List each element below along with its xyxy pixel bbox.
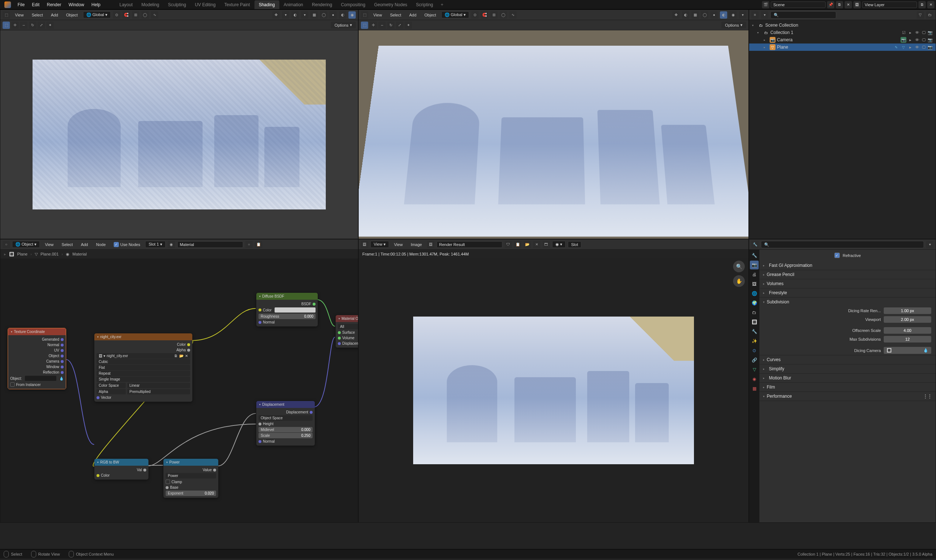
workspace-tab-compositing[interactable]: Compositing bbox=[336, 0, 369, 9]
rendered-shading-icon[interactable]: ◉ bbox=[348, 11, 356, 18]
panel-curves[interactable]: ▸Curves bbox=[759, 355, 936, 364]
node-diffuse-bsdf[interactable]: ▾Diffuse BSDF BSDF Color Roughness0.000 … bbox=[256, 293, 318, 326]
proportional-icon[interactable]: ◯ bbox=[142, 11, 149, 18]
transform-orientation[interactable]: 🌐 Global ▾ bbox=[441, 11, 469, 18]
node-material-output[interactable]: ▾Material Output All Surface Volume Disp… bbox=[336, 315, 358, 348]
tab-physics[interactable]: ⊙ bbox=[750, 346, 759, 355]
editor-type-icon[interactable]: 🔧 bbox=[751, 241, 759, 248]
image-canvas[interactable]: 🔍 ✋ bbox=[359, 258, 748, 522]
material-name-input[interactable] bbox=[177, 241, 243, 248]
workspace-tab-layout[interactable]: Layout bbox=[115, 0, 137, 9]
workspace-tab-shading[interactable]: Shading bbox=[254, 0, 279, 9]
rotate-tool-icon[interactable]: ↻ bbox=[29, 22, 36, 29]
viewport-canvas-right[interactable] bbox=[359, 30, 748, 239]
editor-type-icon[interactable]: 🖼 bbox=[361, 241, 368, 248]
material-slot[interactable]: Slot 1 ▾ bbox=[145, 241, 165, 248]
snap-type-icon[interactable]: ⊞ bbox=[132, 11, 139, 18]
overlay-icon[interactable]: ◐ bbox=[682, 11, 689, 18]
tab-material[interactable]: ◉ bbox=[750, 375, 759, 383]
ne-view[interactable]: View bbox=[42, 241, 57, 248]
panel-freestyle[interactable]: ▸Freestyle bbox=[759, 288, 936, 297]
options-icon[interactable]: ▾ bbox=[926, 241, 933, 248]
solid-shading-icon[interactable]: ● bbox=[710, 11, 718, 18]
select-tool-icon[interactable]: ⬚ bbox=[3, 22, 10, 29]
node-image-texture[interactable]: ▾night_city.exr Color Alpha 🖼 ▾night_cit… bbox=[94, 333, 192, 402]
editor-type-icon[interactable]: ⬚ bbox=[361, 11, 368, 18]
open-icon[interactable]: 📂 bbox=[179, 354, 183, 358]
vp-view[interactable]: View bbox=[12, 12, 27, 18]
panel-subdivision[interactable]: ▾Subdivision bbox=[759, 297, 936, 306]
bc-material[interactable]: Material bbox=[72, 252, 87, 256]
tab-render[interactable]: 📷 bbox=[750, 261, 759, 269]
dicing-render-field[interactable]: 1.00 px bbox=[884, 308, 931, 314]
editor-type-icon[interactable]: ⬚ bbox=[3, 11, 10, 18]
overlay-icon[interactable]: ◐ bbox=[291, 11, 299, 18]
bc-object[interactable]: Plane bbox=[17, 252, 28, 256]
shader-type[interactable]: 🌐 Object ▾ bbox=[12, 241, 40, 248]
panel-volumes[interactable]: ▸Volumes bbox=[759, 279, 936, 288]
panel-motion-blur[interactable]: ▸Motion Blur bbox=[759, 374, 936, 382]
use-nodes-toggle[interactable]: ✓ Use Nodes bbox=[111, 242, 143, 247]
node-math-power[interactable]: ▾Power Value Power Clamp Base Exponent0.… bbox=[163, 459, 218, 498]
snap-type-icon[interactable]: ⊞ bbox=[490, 11, 497, 18]
filter-icon[interactable]: ▽ bbox=[917, 11, 924, 18]
scene-name-input[interactable] bbox=[771, 2, 825, 8]
image-browse-icon[interactable]: 🖼 bbox=[427, 241, 434, 248]
slot-select[interactable]: Slot bbox=[568, 241, 581, 248]
channel-select[interactable]: ◉ ▾ bbox=[552, 241, 566, 248]
offscreen-scale-field[interactable]: 4.00 bbox=[884, 327, 931, 334]
vp-view[interactable]: View bbox=[370, 12, 385, 18]
new-scene-icon[interactable]: 🗎 bbox=[836, 1, 843, 8]
workspace-tab-uv-editing[interactable]: UV Editing bbox=[191, 0, 220, 9]
ne-node[interactable]: Node bbox=[93, 241, 109, 248]
viewport-canvas-left[interactable] bbox=[0, 30, 358, 239]
rotate-tool-icon[interactable]: ↻ bbox=[387, 22, 394, 29]
render-slot-browse-icon[interactable]: 🗔 bbox=[543, 241, 550, 248]
tab-world[interactable]: 🌍 bbox=[750, 298, 759, 308]
move-tool-icon[interactable]: ↔ bbox=[20, 22, 28, 29]
outliner-search[interactable] bbox=[770, 11, 836, 18]
display-mode-icon[interactable]: ▾ bbox=[761, 11, 768, 18]
material-browse-icon[interactable]: ◉ bbox=[168, 241, 175, 248]
editor-type-icon[interactable]: ○ bbox=[3, 241, 10, 248]
outliner-camera[interactable]: ▸📷 Camera 📷 ▸👁🖵📷 bbox=[749, 36, 936, 43]
workspace-tab-geometry-nodes[interactable]: Geometry Nodes bbox=[369, 0, 412, 9]
ie-image[interactable]: Image bbox=[408, 241, 425, 248]
delete-scene-icon[interactable]: ✕ bbox=[845, 1, 852, 8]
panel-film[interactable]: ▸Film bbox=[759, 383, 936, 391]
outliner-scene-collection[interactable]: ▾🗀 Scene Collection bbox=[749, 22, 936, 29]
shading-dropdown-icon[interactable]: ▾ bbox=[739, 11, 746, 18]
node-rgb-to-bw[interactable]: ▾RGB to BW Val Color bbox=[94, 459, 148, 480]
tab-particle[interactable]: ✨ bbox=[750, 337, 759, 345]
solid-shading-icon[interactable]: ● bbox=[329, 11, 337, 18]
vp-add[interactable]: Add bbox=[406, 12, 419, 18]
node-graph[interactable]: ▾Texture Coordinate GeneratedNormalUVObj… bbox=[0, 258, 358, 522]
wireframe-shading-icon[interactable]: ◯ bbox=[701, 11, 708, 18]
xray-icon[interactable]: ▦ bbox=[691, 11, 699, 18]
new-viewlayer-icon[interactable]: 🗎 bbox=[919, 1, 926, 8]
image-mode[interactable]: View ▾ bbox=[370, 241, 389, 248]
viewlayer-input[interactable] bbox=[862, 2, 917, 8]
wireframe-shading-icon[interactable]: ◯ bbox=[320, 11, 327, 18]
transform-tool-icon[interactable]: ✦ bbox=[46, 22, 54, 29]
new-image-icon[interactable]: 📋 bbox=[514, 241, 521, 248]
pin-icon[interactable]: ○ bbox=[245, 241, 252, 248]
pan-icon[interactable]: ✋ bbox=[733, 275, 745, 287]
dicing-viewport-field[interactable]: 2.00 px bbox=[884, 316, 931, 323]
menu-render[interactable]: Render bbox=[43, 1, 65, 9]
xray-icon[interactable]: ▦ bbox=[310, 11, 318, 18]
tab-collection[interactable]: 🗀 bbox=[750, 308, 759, 317]
cursor-tool-icon[interactable]: ✛ bbox=[11, 22, 18, 29]
workspace-tab-texture-paint[interactable]: Texture Paint bbox=[220, 0, 254, 9]
tab-constraint[interactable]: 🔗 bbox=[750, 356, 759, 365]
zoom-icon[interactable]: 🔍 bbox=[733, 261, 745, 272]
falloff-icon[interactable]: ∿ bbox=[509, 11, 517, 18]
matprev-shading-icon[interactable]: ◐ bbox=[720, 11, 727, 18]
panel-simplify[interactable]: ▸Simplify bbox=[759, 365, 936, 373]
tab-scene[interactable]: 🌐 bbox=[750, 289, 759, 298]
proportional-icon[interactable]: ◯ bbox=[500, 11, 507, 18]
transform-orientation[interactable]: 🌐 Global ▾ bbox=[83, 11, 111, 18]
vp-add[interactable]: Add bbox=[48, 12, 61, 18]
editor-type-icon[interactable]: ≡ bbox=[751, 11, 759, 18]
gizmo-icon[interactable]: ✥ bbox=[673, 11, 680, 18]
